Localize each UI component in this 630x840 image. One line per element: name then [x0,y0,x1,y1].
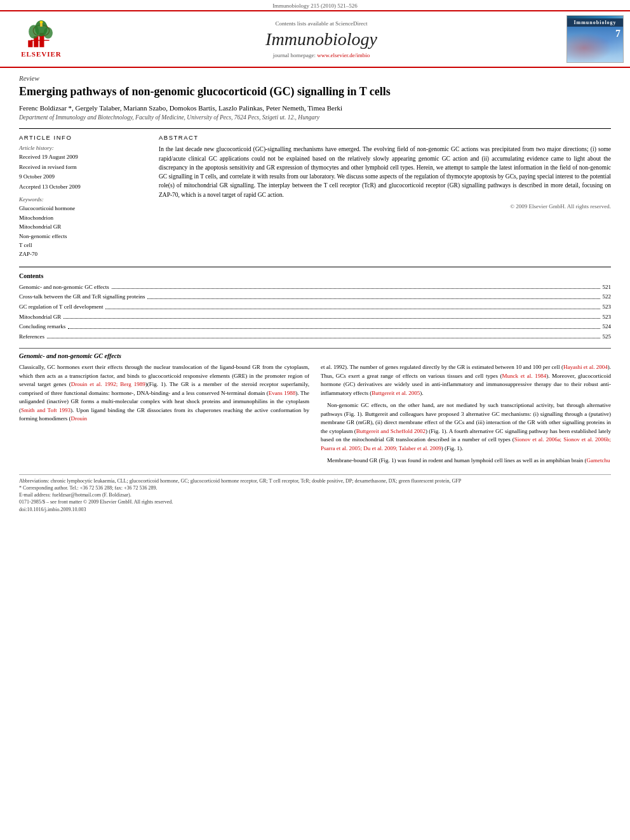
toc-page: 523 [603,313,612,321]
toc-dots [147,291,600,299]
toc-dots [68,321,600,329]
toc-page: 523 [603,303,612,311]
toc-list: Genomic- and non-genomic GC effects521Cr… [19,283,611,341]
toc-label: Concluding remarks [19,323,65,331]
toc-label: Cross-talk between the GR and TcR signal… [19,293,145,301]
toc-dots [47,331,600,339]
keyword-4: Non-genomic effects [19,232,146,241]
page: Immunobiology 215 (2010) 521–526 [0,0,630,519]
svg-point-9 [40,21,43,23]
toc-item: Cross-talk between the GR and TcR signal… [19,293,611,301]
body-right-p1: et al. 1992). The number of genes regula… [321,363,611,397]
cover-bg [567,27,623,62]
journal-homepage: journal homepage: www.elsevier.de/imbio [76,52,566,58]
toc-page: 524 [603,323,612,331]
article-info-heading: ARTICLE INFO [19,134,146,141]
keywords-label: Keywords: [19,196,146,203]
history-label: Article history: [19,145,146,151]
journal-center-info: Contents lists available at ScienceDirec… [76,20,566,58]
article-type-label: Review [19,74,611,82]
article-title: Emerging pathways of non-genomic glucoco… [19,84,611,99]
abstract-heading: ABSTRACT [159,134,611,141]
citation-text: Immunobiology 215 (2010) 521–526 [272,3,358,9]
elsevier-logo: ELSEVIER [21,20,62,58]
sciencedirect-link: Contents lists available at ScienceDirec… [76,20,566,27]
keyword-2: Mitochondrion [19,213,146,222]
article-info-abstract-section: ARTICLE INFO Article history: Received 1… [19,128,611,258]
elsevier-logo-area: ELSEVIER [6,20,76,58]
received-date: Received 19 August 2009 [19,153,146,162]
keywords-list: Glucocorticoid hormone Mitochondrion Mit… [19,204,146,258]
citation-bar: Immunobiology 215 (2010) 521–526 [0,0,630,10]
toc-page: 522 [603,293,612,301]
footnotes: Abbreviations: chronic lymphocytic leuka… [19,474,611,513]
toc-item: GC regulation of T cell development523 [19,303,611,311]
abstract-col: ABSTRACT In the last decade new glucocor… [159,134,611,258]
body-right-p2: Non-genomic GC effects, on the other han… [321,401,611,453]
toc-dots [64,311,600,319]
homepage-url[interactable]: www.elsevier.de/imbio [317,52,370,58]
revised-label: Received in revised form [19,163,146,172]
keyword-3: Mitochondrial GR [19,222,146,231]
body-two-col: Classically, GC hormones exert their eff… [19,363,611,469]
toc-item: References525 [19,333,611,341]
license-note: 0171-2985/$ – see front matter © 2009 El… [19,498,611,505]
toc-page: 525 [603,333,612,341]
keyword-5: T cell [19,241,146,250]
authors: Ferenc Boldizsar *, Gergely Talaber, Mar… [19,104,611,112]
body-right-p3: Membrane-bound GR (Fig. 1) was found in … [321,457,611,465]
keyword-1: Glucocorticoid hormone [19,204,146,213]
toc-item: Mitochondrial GR523 [19,313,611,321]
toc-label: Genomic- and non-genomic GC effects [19,283,109,291]
toc-item: Genomic- and non-genomic GC effects521 [19,283,611,291]
toc-label: Mitochondrial GR [19,313,61,321]
elsevier-tree-icon [23,20,58,49]
cover-journal-name: Immunobiology [567,18,623,27]
cover-volume: 7 [615,28,620,39]
toc-dots [112,281,600,290]
toc-label: GC regulation of T cell development [19,303,103,311]
article-info-col: ARTICLE INFO Article history: Received 1… [19,134,146,258]
toc-item: Concluding remarks524 [19,323,611,331]
cover-visual: 7 [567,27,623,62]
main-content: Review Emerging pathways of non-genomic … [0,68,630,519]
contents-heading: Contents [19,272,611,279]
toc-label: References [19,333,44,341]
body-section: Genomic- and non-genomic GC effects Clas… [19,348,611,512]
svg-point-7 [44,27,53,39]
contents-section: Contents Genomic- and non-genomic GC eff… [19,267,611,341]
revised-date: 9 October 2009 [19,173,146,182]
journal-cover-image: Immunobiology 7 [566,15,624,63]
copyright: © 2009 Elsevier GmbH. All rights reserve… [159,203,611,210]
journal-header: ELSEVIER Contents lists available at Sci… [0,10,630,68]
body-left-p1: Classically, GC hormones exert their eff… [19,363,309,423]
affiliation: Department of Immunology and Biotechnolo… [19,114,611,121]
elsevier-wordmark: ELSEVIER [21,50,62,58]
corresponding-note: * Corresponding author. Tel.: +36 72 536… [19,484,611,491]
body-left-col: Classically, GC hormones exert their eff… [19,363,309,469]
abbreviations-note: Abbreviations: chronic lymphocytic leuka… [19,477,611,484]
email-note: E-mail address: fueldzsar@hotmail.com (F… [19,491,611,498]
journal-name: Immunobiology [76,29,566,50]
abstract-text: In the last decade new glucocorticoid (G… [159,145,611,199]
doi-note: doi:10.1016/j.imbio.2009.10.003 [19,506,611,513]
svg-rect-0 [29,41,33,48]
toc-dots [105,301,600,309]
toc-page: 521 [603,283,612,291]
body-right-col: et al. 1992). The number of genes regula… [321,363,611,469]
accepted-date: Accepted 13 October 2009 [19,183,146,192]
section1-title: Genomic- and non-genomic GC effects [19,352,611,359]
keyword-6: ZAP-70 [19,250,146,258]
